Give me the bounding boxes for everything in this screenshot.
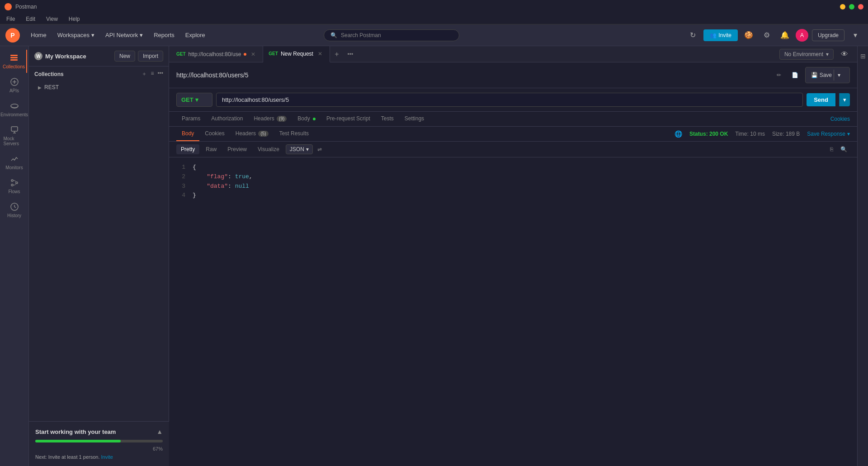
tab-more-btn[interactable]: ••• [344, 46, 357, 62]
sidebar-item-monitors[interactable]: Monitors [2, 151, 27, 174]
cookies-link[interactable]: Cookies [830, 112, 850, 126]
expand-icon[interactable]: ▾ [848, 28, 863, 43]
svg-rect-5 [11, 127, 18, 131]
invite-button[interactable]: 👥 Invite [703, 29, 738, 41]
format-pretty-btn[interactable]: Pretty [176, 144, 199, 154]
right-area: GET http://localhost:80/use ✕ GET New Re… [169, 46, 857, 466]
new-button[interactable]: New [114, 51, 135, 62]
minimize-btn[interactable]: – [840, 4, 845, 10]
right-sidebar-toggle[interactable]: ⊞ [857, 46, 868, 466]
invite-link[interactable]: Invite [101, 454, 113, 460]
sidebar-item-history[interactable]: History [2, 199, 27, 222]
sync-icon[interactable]: ↻ [685, 28, 700, 43]
save-response-btn[interactable]: Save Response ▾ [807, 131, 850, 137]
tab-close-btn-2[interactable]: ✕ [316, 50, 324, 58]
response-time: Time: 10 ms [735, 131, 765, 137]
sidebar-item-collections[interactable]: Collections [2, 50, 27, 73]
save-icon: 💾 [811, 72, 818, 78]
tab-new-request[interactable]: GET New Request ✕ [263, 46, 330, 62]
sidebar-item-flows[interactable]: Flows [2, 175, 27, 198]
notifications-icon[interactable]: 🔔 [778, 28, 792, 43]
workspace-icon: W [34, 52, 42, 60]
add-tab-btn[interactable]: + [330, 46, 344, 62]
chevron-down-icon: ▾ [826, 51, 829, 57]
req-tab-body[interactable]: Body [292, 112, 321, 126]
format-visualize-btn[interactable]: Visualize [253, 144, 284, 154]
edit-icon[interactable]: ✏ [773, 69, 785, 81]
response-tab-cookies[interactable]: Cookies [199, 127, 230, 141]
maximize-btn[interactable]: □ [849, 4, 854, 10]
tab-method-get: GET [176, 52, 186, 57]
filter-icon[interactable]: ≡ [151, 70, 154, 78]
nav-api-network[interactable]: API Network ▾ [102, 30, 146, 40]
upgrade-button[interactable]: Upgrade [812, 29, 844, 41]
response-tab-body[interactable]: Body [176, 127, 199, 141]
wrap-icon[interactable]: ⇌ [315, 144, 325, 154]
req-tab-headers[interactable]: Headers (9) [248, 112, 292, 126]
send-button[interactable]: Send [807, 93, 835, 106]
eye-icon[interactable]: 👁 [837, 47, 852, 62]
req-tab-authorization[interactable]: Authorization [206, 112, 248, 126]
search-response-icon[interactable]: 🔍 [838, 144, 850, 154]
req-tab-params[interactable]: Params [176, 112, 206, 126]
req-tab-settings[interactable]: Settings [399, 112, 429, 126]
format-type-select[interactable]: JSON ▾ [286, 144, 313, 154]
format-preview-btn[interactable]: Preview [223, 144, 251, 154]
tab-close-btn[interactable]: ✕ [249, 50, 257, 58]
panel-actions: New Import [114, 51, 163, 62]
workspace-title: W My Workspace [34, 52, 86, 60]
nav-reports[interactable]: Reports [150, 30, 178, 40]
onboarding-title: Start working with your team [35, 428, 116, 435]
cookies-nav-icon[interactable]: 🍪 [741, 28, 756, 43]
save-label[interactable]: Save [820, 72, 832, 78]
menu-view[interactable]: View [44, 15, 60, 23]
copy-icon[interactable]: ⎘ [827, 144, 836, 154]
more-options-icon[interactable]: ••• [157, 70, 163, 78]
format-raw-btn[interactable]: Raw [201, 144, 221, 154]
avatar[interactable]: A [796, 29, 808, 42]
add-collection-icon[interactable]: ＋ [142, 70, 147, 78]
onboarding-panel: Start working with your team ▲ 67% Next:… [29, 421, 169, 466]
response-tab-headers[interactable]: Headers (5) [230, 127, 274, 141]
right-panel-icon[interactable]: ⊞ [859, 51, 868, 62]
menu-edit[interactable]: Edit [24, 15, 37, 23]
save-caret-btn[interactable]: ▾ [834, 70, 844, 81]
tab-localhost-use[interactable]: GET http://localhost:80/use ✕ [171, 46, 263, 62]
req-tab-pre-request[interactable]: Pre-request Script [321, 112, 376, 126]
document-icon[interactable]: 📄 [789, 69, 802, 81]
svg-point-7 [16, 182, 18, 184]
tab-method-get-2: GET [269, 51, 278, 56]
close-btn[interactable]: ✕ [858, 4, 863, 10]
settings-icon[interactable]: ⚙ [760, 28, 774, 43]
onboarding-close-btn[interactable]: ▲ [156, 428, 163, 435]
history-icon [10, 202, 19, 211]
nav-workspaces[interactable]: Workspaces ▾ [54, 30, 98, 40]
req-tab-tests[interactable]: Tests [376, 112, 399, 126]
nav-home[interactable]: Home [27, 30, 50, 40]
global-search[interactable]: 🔍 Search Postman [324, 29, 459, 41]
response-tabs-bar: Body Cookies Headers (5) Test Results 🌐 [169, 127, 857, 142]
flows-icon [10, 178, 19, 187]
search-placeholder: Search Postman [341, 32, 381, 38]
sidebar-item-mock-servers[interactable]: Mock Servers [2, 122, 27, 150]
menu-help[interactable]: Help [67, 15, 82, 23]
nav-explore[interactable]: Explore [182, 30, 209, 40]
env-selector[interactable]: No Environment ▾ [779, 49, 834, 60]
url-input[interactable] [216, 93, 803, 107]
monitors-icon [10, 154, 19, 163]
collection-rest[interactable]: ▶ REST [29, 81, 169, 93]
method-select[interactable]: GET ▾ [176, 93, 212, 107]
send-caret-btn[interactable]: ▾ [839, 93, 850, 106]
collections-icon [9, 53, 19, 62]
menu-file[interactable]: File [5, 15, 17, 23]
response-code-area: 1 { 2 "flag": true, 3 "data": null 4 } [169, 157, 857, 466]
import-button[interactable]: Import [138, 51, 163, 62]
response-tab-test-results[interactable]: Test Results [274, 127, 314, 141]
sidebar-item-apis[interactable]: APIs [2, 74, 27, 97]
collections-title: Collections [34, 71, 64, 77]
navbar: P Home Workspaces ▾ API Network ▾ Report… [0, 24, 868, 46]
sidebar-item-environments[interactable]: Environments [2, 98, 27, 121]
app-logo [5, 3, 12, 10]
code-line-4: 4 } [176, 191, 850, 200]
tabs-bar: GET http://localhost:80/use ✕ GET New Re… [169, 46, 857, 62]
